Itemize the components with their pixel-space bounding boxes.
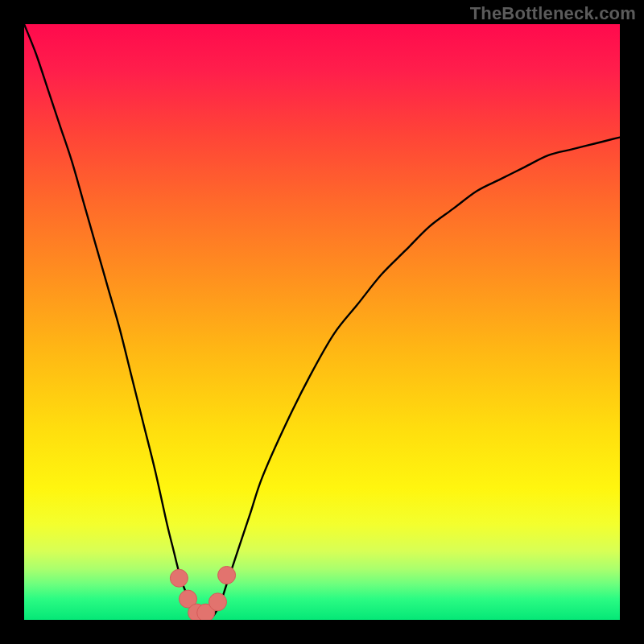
curve-marker [170, 569, 188, 587]
chart-svg [24, 24, 620, 620]
curve-marker [218, 567, 236, 584]
watermark-text: TheBottleneck.com [470, 3, 636, 24]
curve-marker [209, 593, 227, 611]
plot-area [24, 24, 620, 620]
gradient-background [24, 24, 620, 620]
chart-stage: TheBottleneck.com [0, 0, 644, 644]
